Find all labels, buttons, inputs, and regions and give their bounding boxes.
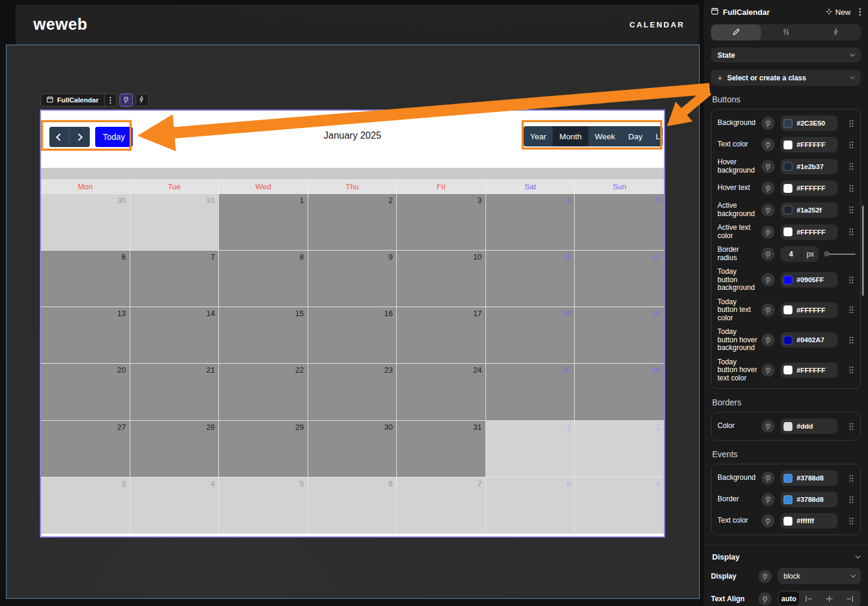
view-button-week[interactable]: Week <box>588 126 622 146</box>
color-input[interactable]: #3788d8 <box>781 492 838 507</box>
calendar-day-cell[interactable]: 20 <box>41 364 130 420</box>
calendar-day-cell[interactable]: 25 <box>486 364 575 420</box>
drag-handle[interactable] <box>847 336 856 344</box>
fullcalendar-component[interactable]: Today January 2025 YearMonthWeekDayList … <box>40 110 665 538</box>
calendar-day-cell[interactable]: 28 <box>130 421 220 477</box>
calendar-day-cell[interactable]: 4 <box>130 477 220 534</box>
color-input[interactable]: #ddd <box>781 418 838 434</box>
calendar-day-cell[interactable]: 5 <box>219 477 308 534</box>
calendar-day-cell[interactable]: 7 <box>397 477 486 534</box>
text-align-center[interactable] <box>819 592 839 605</box>
calendar-day-cell[interactable]: 18 <box>486 307 575 364</box>
color-input[interactable]: #FFFFFF <box>781 137 838 152</box>
color-input[interactable]: #2C3E50 <box>781 115 838 131</box>
view-button-year[interactable]: Year <box>524 126 553 146</box>
radius-slider[interactable] <box>824 251 856 257</box>
bind-property-button[interactable] <box>762 204 775 217</box>
nav-link-calendar[interactable]: CALENDAR <box>629 20 685 29</box>
calendar-day-cell[interactable]: 21 <box>130 364 220 420</box>
calendar-day-cell[interactable]: 22 <box>219 364 308 420</box>
text-align-auto[interactable]: auto <box>779 592 799 605</box>
tab-style[interactable] <box>711 24 761 40</box>
drag-handle[interactable] <box>847 517 856 525</box>
calendar-day-cell[interactable]: 5 <box>575 194 664 251</box>
calendar-day-cell[interactable]: 16 <box>308 307 397 364</box>
color-input[interactable]: #FFFFFF <box>781 302 838 318</box>
color-input[interactable]: #1a252f <box>781 202 838 218</box>
calendar-day-cell[interactable]: 7 <box>130 251 220 307</box>
component-chip-main[interactable]: FullCalendar <box>41 95 104 105</box>
calendar-day-cell[interactable]: 29 <box>219 421 308 477</box>
bind-property-button[interactable] <box>762 333 775 346</box>
tab-settings[interactable] <box>761 24 811 40</box>
calendar-day-cell[interactable]: 2 <box>575 421 664 477</box>
calendar-day-cell[interactable]: 9 <box>308 251 397 307</box>
calendar-day-cell[interactable]: 17 <box>397 307 486 364</box>
color-input[interactable]: #0402A7 <box>781 332 838 348</box>
calendar-day-cell[interactable]: 10 <box>397 251 486 307</box>
calendar-day-cell[interactable]: 11 <box>486 251 575 307</box>
display-select[interactable]: block <box>778 568 861 584</box>
calendar-day-cell[interactable]: 30 <box>308 421 397 477</box>
calendar-day-cell[interactable]: 8 <box>486 477 575 534</box>
drag-handle[interactable] <box>847 141 856 149</box>
color-input[interactable]: #0905FF <box>781 272 838 288</box>
bind-property-button[interactable] <box>762 420 775 433</box>
bind-property-button[interactable] <box>762 226 775 239</box>
new-button[interactable]: New <box>826 8 851 17</box>
bind-property-button[interactable] <box>759 570 772 583</box>
calendar-day-cell[interactable]: 31 <box>397 421 486 477</box>
drag-handle[interactable] <box>847 474 856 482</box>
drag-handle[interactable] <box>847 276 856 284</box>
drag-handle[interactable] <box>847 496 856 504</box>
calendar-day-cell[interactable]: 15 <box>219 307 308 364</box>
bind-property-button[interactable] <box>762 493 775 506</box>
radius-input[interactable]: 4 px <box>781 246 819 262</box>
sidebar-menu-button[interactable] <box>859 8 861 16</box>
calendar-day-cell[interactable]: 13 <box>41 307 130 364</box>
drag-handle[interactable] <box>847 366 856 374</box>
bind-property-button[interactable] <box>762 138 775 151</box>
calendar-day-cell[interactable]: 12 <box>575 251 664 307</box>
tab-workflows[interactable] <box>811 24 861 40</box>
calendar-day-cell[interactable]: 14 <box>130 307 220 364</box>
text-align-left[interactable] <box>799 592 819 605</box>
calendar-day-cell[interactable]: 6 <box>308 477 397 534</box>
view-button-month[interactable]: Month <box>553 126 588 146</box>
sidebar-scrollbar-thumb[interactable] <box>862 205 864 296</box>
class-selector[interactable]: + Select or create a class <box>711 70 861 86</box>
view-button-list[interactable]: List <box>649 126 663 146</box>
component-actions-button[interactable] <box>136 93 149 107</box>
bind-property-button[interactable] <box>762 160 775 173</box>
component-menu-button[interactable] <box>104 93 116 107</box>
calendar-day-cell[interactable]: 6 <box>41 251 130 307</box>
calendar-day-cell[interactable]: 24 <box>397 364 486 420</box>
bind-property-button[interactable] <box>762 514 775 527</box>
drag-handle[interactable] <box>847 228 856 236</box>
calendar-day-cell[interactable]: 1 <box>219 194 308 251</box>
component-chip[interactable]: FullCalendar <box>40 93 117 107</box>
drag-handle[interactable] <box>847 423 856 430</box>
bind-property-button[interactable] <box>762 471 775 485</box>
drag-handle[interactable] <box>847 306 856 314</box>
calendar-day-cell[interactable]: 31 <box>130 194 220 251</box>
calendar-day-cell[interactable]: 26 <box>575 364 664 420</box>
calendar-day-cell[interactable]: 3 <box>397 194 486 251</box>
color-input[interactable]: #FFFFFF <box>781 363 838 378</box>
calendar-day-cell[interactable]: 1 <box>486 421 575 477</box>
calendar-day-cell[interactable]: 3 <box>41 477 130 534</box>
display-section-header[interactable]: Display <box>712 552 860 561</box>
calendar-day-cell[interactable]: 9 <box>575 477 664 534</box>
bind-property-button[interactable] <box>762 182 775 195</box>
bind-property-button[interactable] <box>762 248 775 261</box>
calendar-day-cell[interactable]: 4 <box>486 194 575 251</box>
view-button-day[interactable]: Day <box>622 126 649 146</box>
bind-property-button[interactable] <box>759 592 772 605</box>
calendar-day-cell[interactable]: 19 <box>575 307 664 364</box>
calendar-day-cell[interactable]: 2 <box>308 194 397 251</box>
color-input[interactable]: #ffffff <box>781 513 838 529</box>
drag-handle[interactable] <box>847 185 856 192</box>
calendar-day-cell[interactable]: 27 <box>41 421 130 477</box>
drag-handle[interactable] <box>847 206 856 214</box>
drag-handle[interactable] <box>847 120 856 127</box>
